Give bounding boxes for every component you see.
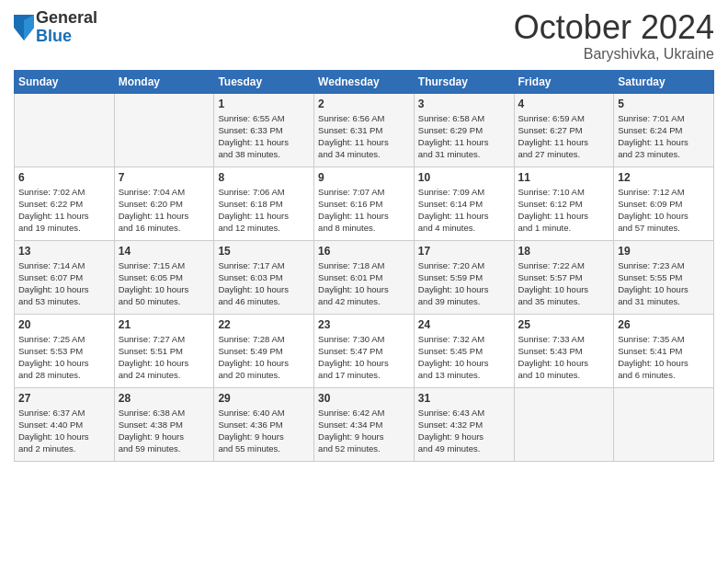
day-info: Sunrise: 6:58 AM Sunset: 6:29 PM Dayligh… <box>418 112 510 161</box>
day-number: 25 <box>518 318 610 331</box>
calendar-cell: 9Sunrise: 7:07 AM Sunset: 6:16 PM Daylig… <box>314 167 415 240</box>
day-number: 31 <box>418 392 510 405</box>
day-number: 29 <box>218 392 310 405</box>
day-info: Sunrise: 7:10 AM Sunset: 6:12 PM Dayligh… <box>518 186 610 235</box>
day-info: Sunrise: 7:02 AM Sunset: 6:22 PM Dayligh… <box>18 186 110 235</box>
day-number: 11 <box>518 171 610 184</box>
day-number: 10 <box>418 171 510 184</box>
day-info: Sunrise: 6:40 AM Sunset: 4:36 PM Dayligh… <box>218 407 310 455</box>
calendar-body: 1Sunrise: 6:55 AM Sunset: 6:33 PM Daylig… <box>15 93 714 461</box>
col-friday: Friday <box>514 70 614 93</box>
location: Baryshivka, Ukraine <box>514 46 714 63</box>
day-number: 26 <box>618 318 710 331</box>
day-number: 16 <box>318 245 410 258</box>
day-info: Sunrise: 7:14 AM Sunset: 6:07 PM Dayligh… <box>18 259 110 308</box>
day-number: 6 <box>18 171 110 184</box>
calendar-cell: 21Sunrise: 7:27 AM Sunset: 5:51 PM Dayli… <box>114 314 214 387</box>
col-saturday: Saturday <box>614 70 714 93</box>
calendar-cell: 17Sunrise: 7:20 AM Sunset: 5:59 PM Dayli… <box>414 240 514 314</box>
logo-text: General Blue <box>36 9 97 46</box>
day-number: 3 <box>418 98 510 110</box>
day-info: Sunrise: 7:06 AM Sunset: 6:18 PM Dayligh… <box>218 186 310 235</box>
day-info: Sunrise: 7:04 AM Sunset: 6:20 PM Dayligh… <box>119 186 210 235</box>
calendar-cell: 1Sunrise: 6:55 AM Sunset: 6:33 PM Daylig… <box>214 93 314 167</box>
title-section: October 2024 Baryshivka, Ukraine <box>514 9 714 63</box>
day-number: 8 <box>218 171 310 184</box>
day-info: Sunrise: 7:33 AM Sunset: 5:43 PM Dayligh… <box>518 333 610 382</box>
calendar-cell: 11Sunrise: 7:10 AM Sunset: 6:12 PM Dayli… <box>514 167 614 240</box>
logo-blue-text: Blue <box>36 28 97 46</box>
calendar-cell: 12Sunrise: 7:12 AM Sunset: 6:09 PM Dayli… <box>614 167 714 240</box>
day-number: 1 <box>218 98 310 110</box>
calendar-cell: 7Sunrise: 7:04 AM Sunset: 6:20 PM Daylig… <box>114 167 214 240</box>
col-thursday: Thursday <box>414 70 514 93</box>
day-number: 22 <box>218 318 310 331</box>
calendar-cell: 26Sunrise: 7:35 AM Sunset: 5:41 PM Dayli… <box>614 314 714 387</box>
calendar-week-3: 13Sunrise: 7:14 AM Sunset: 6:07 PM Dayli… <box>15 240 714 314</box>
day-number: 17 <box>418 245 510 258</box>
calendar-table: Sunday Monday Tuesday Wednesday Thursday… <box>14 70 714 462</box>
day-info: Sunrise: 7:15 AM Sunset: 6:05 PM Dayligh… <box>119 259 210 308</box>
calendar-week-1: 1Sunrise: 6:55 AM Sunset: 6:33 PM Daylig… <box>15 93 714 167</box>
col-monday: Monday <box>114 70 214 93</box>
day-info: Sunrise: 7:25 AM Sunset: 5:53 PM Dayligh… <box>18 333 110 382</box>
day-number: 20 <box>18 318 110 331</box>
day-number: 15 <box>218 245 310 258</box>
calendar-cell: 13Sunrise: 7:14 AM Sunset: 6:07 PM Dayli… <box>15 240 115 314</box>
col-sunday: Sunday <box>15 70 115 93</box>
calendar-cell: 2Sunrise: 6:56 AM Sunset: 6:31 PM Daylig… <box>314 93 415 167</box>
logo-general-text: General <box>36 9 97 28</box>
day-info: Sunrise: 7:32 AM Sunset: 5:45 PM Dayligh… <box>418 333 510 382</box>
day-number: 5 <box>618 98 710 110</box>
day-info: Sunrise: 6:38 AM Sunset: 4:38 PM Dayligh… <box>119 407 210 455</box>
calendar-cell: 23Sunrise: 7:30 AM Sunset: 5:47 PM Dayli… <box>314 314 415 387</box>
day-info: Sunrise: 7:17 AM Sunset: 6:03 PM Dayligh… <box>218 259 310 308</box>
calendar-cell: 6Sunrise: 7:02 AM Sunset: 6:22 PM Daylig… <box>15 167 115 240</box>
calendar-cell: 24Sunrise: 7:32 AM Sunset: 5:45 PM Dayli… <box>414 314 514 387</box>
page-header: General Blue October 2024 Baryshivka, Uk… <box>14 9 714 63</box>
calendar-week-4: 20Sunrise: 7:25 AM Sunset: 5:53 PM Dayli… <box>15 314 714 387</box>
calendar-cell: 31Sunrise: 6:43 AM Sunset: 4:32 PM Dayli… <box>414 387 514 461</box>
day-number: 4 <box>518 98 610 110</box>
day-info: Sunrise: 7:07 AM Sunset: 6:16 PM Dayligh… <box>318 186 410 235</box>
calendar-week-5: 27Sunrise: 6:37 AM Sunset: 4:40 PM Dayli… <box>15 387 714 461</box>
calendar-cell: 27Sunrise: 6:37 AM Sunset: 4:40 PM Dayli… <box>15 387 115 461</box>
day-info: Sunrise: 7:18 AM Sunset: 6:01 PM Dayligh… <box>318 259 410 308</box>
day-info: Sunrise: 6:43 AM Sunset: 4:32 PM Dayligh… <box>418 407 510 455</box>
calendar-cell: 28Sunrise: 6:38 AM Sunset: 4:38 PM Dayli… <box>114 387 214 461</box>
day-number: 9 <box>318 171 410 184</box>
page-container: General Blue October 2024 Baryshivka, Uk… <box>0 0 728 476</box>
calendar-cell: 19Sunrise: 7:23 AM Sunset: 5:55 PM Dayli… <box>614 240 714 314</box>
day-info: Sunrise: 6:37 AM Sunset: 4:40 PM Dayligh… <box>18 407 110 455</box>
calendar-cell: 10Sunrise: 7:09 AM Sunset: 6:14 PM Dayli… <box>414 167 514 240</box>
day-info: Sunrise: 7:12 AM Sunset: 6:09 PM Dayligh… <box>618 186 710 235</box>
day-number: 19 <box>618 245 710 258</box>
calendar-cell: 18Sunrise: 7:22 AM Sunset: 5:57 PM Dayli… <box>514 240 614 314</box>
day-info: Sunrise: 7:20 AM Sunset: 5:59 PM Dayligh… <box>418 259 510 308</box>
day-number: 27 <box>18 392 110 405</box>
logo: General Blue <box>14 9 97 46</box>
day-info: Sunrise: 7:23 AM Sunset: 5:55 PM Dayligh… <box>618 259 710 308</box>
calendar-cell: 15Sunrise: 7:17 AM Sunset: 6:03 PM Dayli… <box>214 240 314 314</box>
day-number: 7 <box>119 171 210 184</box>
day-number: 14 <box>119 245 210 258</box>
day-number: 18 <box>518 245 610 258</box>
calendar-cell: 5Sunrise: 7:01 AM Sunset: 6:24 PM Daylig… <box>614 93 714 167</box>
day-number: 21 <box>119 318 210 331</box>
day-info: Sunrise: 7:09 AM Sunset: 6:14 PM Dayligh… <box>418 186 510 235</box>
day-info: Sunrise: 7:35 AM Sunset: 5:41 PM Dayligh… <box>618 333 710 382</box>
day-info: Sunrise: 7:28 AM Sunset: 5:49 PM Dayligh… <box>218 333 310 382</box>
col-tuesday: Tuesday <box>214 70 314 93</box>
header-row: Sunday Monday Tuesday Wednesday Thursday… <box>15 70 714 93</box>
col-wednesday: Wednesday <box>314 70 415 93</box>
day-info: Sunrise: 6:59 AM Sunset: 6:27 PM Dayligh… <box>518 112 610 161</box>
month-title: October 2024 <box>514 9 714 46</box>
day-number: 23 <box>318 318 410 331</box>
calendar-cell: 8Sunrise: 7:06 AM Sunset: 6:18 PM Daylig… <box>214 167 314 240</box>
day-info: Sunrise: 6:56 AM Sunset: 6:31 PM Dayligh… <box>318 112 410 161</box>
calendar-header: Sunday Monday Tuesday Wednesday Thursday… <box>15 70 714 93</box>
day-number: 2 <box>318 98 410 110</box>
day-info: Sunrise: 6:55 AM Sunset: 6:33 PM Dayligh… <box>218 112 310 161</box>
day-info: Sunrise: 7:01 AM Sunset: 6:24 PM Dayligh… <box>618 112 710 161</box>
calendar-cell <box>15 93 115 167</box>
